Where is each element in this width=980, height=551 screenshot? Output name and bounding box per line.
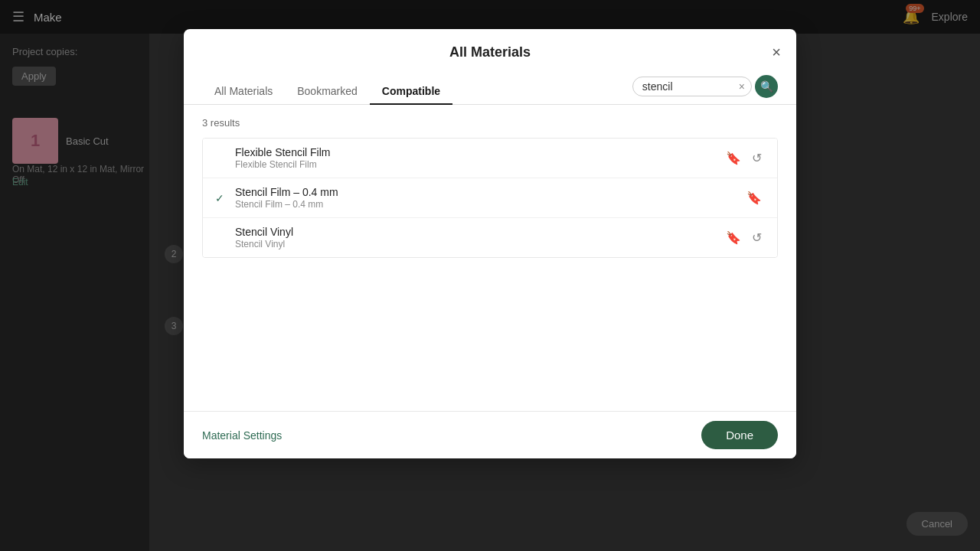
material-sub-1: Flexible Stencil Film bbox=[235, 159, 723, 170]
settings-icon-1[interactable]: ↺ bbox=[749, 148, 765, 168]
bookmark-icon-2[interactable]: 🔖 bbox=[743, 187, 765, 208]
check-icon-2: ✓ bbox=[215, 192, 227, 204]
modal-body: 3 results Flexible Stencil Film Flexible… bbox=[184, 105, 796, 411]
search-wrapper: × bbox=[632, 77, 752, 96]
modal-footer: Material Settings Done bbox=[184, 411, 796, 458]
material-row-stencil-film[interactable]: ✓ Stencil Film – 0.4 mm Stencil Film – 0… bbox=[203, 178, 777, 218]
search-input[interactable] bbox=[642, 80, 734, 93]
all-materials-modal: All Materials × All Materials Bookmarked… bbox=[184, 29, 796, 458]
material-row-stencil-vinyl[interactable]: Stencil Vinyl Stencil Vinyl 🔖 ↺ bbox=[203, 218, 777, 257]
modal-header: All Materials × bbox=[184, 29, 796, 60]
search-button[interactable]: 🔍 bbox=[755, 75, 778, 98]
row-actions-1: 🔖 ↺ bbox=[723, 148, 765, 168]
settings-icon-3[interactable]: ↺ bbox=[749, 227, 765, 248]
done-button[interactable]: Done bbox=[701, 421, 778, 449]
row-actions-2: 🔖 bbox=[743, 187, 765, 208]
results-count: 3 results bbox=[202, 117, 778, 129]
bookmark-icon-3[interactable]: 🔖 bbox=[723, 227, 744, 248]
material-row-flexible-stencil-film[interactable]: Flexible Stencil Film Flexible Stencil F… bbox=[203, 139, 777, 178]
material-name-1: Flexible Stencil Film bbox=[235, 146, 723, 158]
search-area: × 🔍 bbox=[632, 75, 778, 98]
close-button[interactable]: × bbox=[769, 41, 784, 63]
material-name-2: Stencil Film – 0.4 mm bbox=[235, 186, 743, 198]
tab-compatible[interactable]: Compatible bbox=[370, 79, 452, 105]
material-sub-2: Stencil Film – 0.4 mm bbox=[235, 199, 743, 210]
row-actions-3: 🔖 ↺ bbox=[723, 227, 765, 248]
material-info-2: Stencil Film – 0.4 mm Stencil Film – 0.4… bbox=[235, 186, 743, 210]
tab-all-materials[interactable]: All Materials bbox=[202, 79, 285, 105]
material-info-1: Flexible Stencil Film Flexible Stencil F… bbox=[235, 146, 723, 170]
material-info-3: Stencil Vinyl Stencil Vinyl bbox=[235, 226, 723, 249]
material-list: Flexible Stencil Film Flexible Stencil F… bbox=[202, 138, 778, 258]
material-sub-3: Stencil Vinyl bbox=[235, 239, 723, 249]
modal-title: All Materials bbox=[449, 44, 531, 60]
material-name-3: Stencil Vinyl bbox=[235, 226, 723, 238]
bookmark-icon-1[interactable]: 🔖 bbox=[723, 148, 744, 168]
tab-bookmarked[interactable]: Bookmarked bbox=[285, 79, 370, 105]
search-clear-icon[interactable]: × bbox=[739, 81, 745, 92]
material-settings-link[interactable]: Material Settings bbox=[202, 429, 282, 442]
modal-tabs: All Materials Bookmarked Compatible × 🔍 bbox=[184, 67, 796, 105]
